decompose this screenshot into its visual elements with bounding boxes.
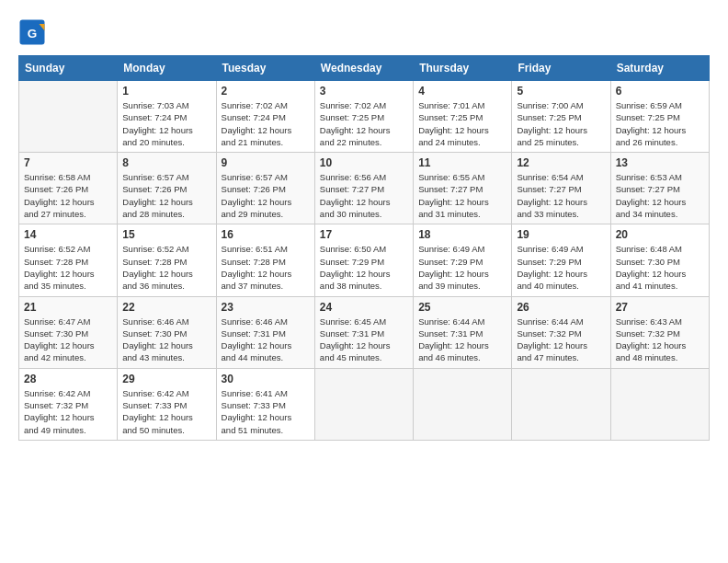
day-info: Sunrise: 6:46 AMSunset: 7:30 PMDaylight:… bbox=[122, 316, 210, 364]
calendar-cell: 6Sunrise: 6:59 AMSunset: 7:25 PMDaylight… bbox=[610, 81, 709, 153]
day-number: 7 bbox=[24, 156, 112, 169]
day-info: Sunrise: 6:42 AMSunset: 7:33 PMDaylight:… bbox=[122, 387, 210, 436]
calendar-cell: 15Sunrise: 6:52 AMSunset: 7:28 PMDayligh… bbox=[118, 224, 216, 296]
day-info: Sunrise: 6:57 AMSunset: 7:26 PMDaylight:… bbox=[222, 171, 310, 220]
day-info: Sunrise: 7:02 AMSunset: 7:24 PMDaylight:… bbox=[222, 99, 310, 148]
svg-text:G: G bbox=[28, 27, 38, 40]
day-number: 30 bbox=[222, 373, 310, 385]
calendar-cell: 21Sunrise: 6:47 AMSunset: 7:30 PMDayligh… bbox=[19, 296, 118, 368]
day-info: Sunrise: 7:00 AMSunset: 7:25 PMDaylight:… bbox=[517, 99, 605, 148]
calendar-week-2: 7Sunrise: 6:58 AMSunset: 7:26 PMDaylight… bbox=[19, 153, 710, 224]
calendar-cell bbox=[414, 368, 512, 440]
day-info: Sunrise: 6:46 AMSunset: 7:31 PMDaylight:… bbox=[222, 316, 310, 364]
day-number: 20 bbox=[616, 228, 704, 241]
header-wednesday: Wednesday bbox=[314, 56, 413, 81]
header-tuesday: Tuesday bbox=[216, 56, 314, 81]
day-info: Sunrise: 7:03 AMSunset: 7:24 PMDaylight:… bbox=[122, 99, 210, 148]
calendar-cell: 25Sunrise: 6:44 AMSunset: 7:31 PMDayligh… bbox=[414, 296, 512, 368]
day-number: 11 bbox=[418, 156, 506, 169]
day-info: Sunrise: 7:01 AMSunset: 7:25 PMDaylight:… bbox=[418, 99, 506, 148]
calendar-cell: 7Sunrise: 6:58 AMSunset: 7:26 PMDaylight… bbox=[19, 153, 118, 224]
day-info: Sunrise: 6:49 AMSunset: 7:29 PMDaylight:… bbox=[418, 243, 506, 292]
day-number: 17 bbox=[320, 228, 408, 241]
day-number: 15 bbox=[122, 228, 210, 241]
day-info: Sunrise: 6:54 AMSunset: 7:27 PMDaylight:… bbox=[517, 171, 605, 220]
day-info: Sunrise: 7:02 AMSunset: 7:25 PMDaylight:… bbox=[320, 99, 408, 148]
calendar-cell: 12Sunrise: 6:54 AMSunset: 7:27 PMDayligh… bbox=[512, 153, 610, 224]
header-sunday: Sunday bbox=[19, 56, 118, 81]
calendar-cell: 8Sunrise: 6:57 AMSunset: 7:26 PMDaylight… bbox=[118, 153, 216, 224]
day-info: Sunrise: 6:41 AMSunset: 7:33 PMDaylight:… bbox=[222, 387, 310, 436]
logo-icon: G bbox=[18, 18, 46, 46]
day-info: Sunrise: 6:45 AMSunset: 7:31 PMDaylight:… bbox=[320, 316, 408, 364]
day-number: 24 bbox=[320, 301, 408, 314]
day-number: 5 bbox=[517, 85, 605, 98]
day-number: 29 bbox=[122, 373, 210, 385]
calendar-cell: 26Sunrise: 6:44 AMSunset: 7:32 PMDayligh… bbox=[512, 296, 610, 368]
day-info: Sunrise: 6:53 AMSunset: 7:27 PMDaylight:… bbox=[616, 171, 704, 220]
day-info: Sunrise: 6:56 AMSunset: 7:27 PMDaylight:… bbox=[320, 171, 408, 220]
calendar-cell: 5Sunrise: 7:00 AMSunset: 7:25 PMDaylight… bbox=[512, 81, 610, 153]
calendar-cell: 20Sunrise: 6:48 AMSunset: 7:30 PMDayligh… bbox=[610, 224, 709, 296]
day-number: 6 bbox=[616, 85, 704, 98]
day-info: Sunrise: 6:48 AMSunset: 7:30 PMDaylight:… bbox=[616, 243, 704, 292]
logo: G bbox=[18, 18, 50, 46]
calendar-table: SundayMondayTuesdayWednesdayThursdayFrid… bbox=[18, 55, 710, 441]
day-info: Sunrise: 6:58 AMSunset: 7:26 PMDaylight:… bbox=[24, 171, 112, 220]
calendar-week-5: 28Sunrise: 6:42 AMSunset: 7:32 PMDayligh… bbox=[19, 368, 710, 440]
day-number: 28 bbox=[24, 373, 112, 385]
calendar-cell: 10Sunrise: 6:56 AMSunset: 7:27 PMDayligh… bbox=[314, 153, 413, 224]
day-info: Sunrise: 6:52 AMSunset: 7:28 PMDaylight:… bbox=[24, 243, 112, 292]
day-info: Sunrise: 6:55 AMSunset: 7:27 PMDaylight:… bbox=[418, 171, 506, 220]
day-number: 1 bbox=[122, 85, 210, 98]
calendar-cell: 3Sunrise: 7:02 AMSunset: 7:25 PMDaylight… bbox=[314, 81, 413, 153]
day-info: Sunrise: 6:59 AMSunset: 7:25 PMDaylight:… bbox=[616, 99, 704, 148]
calendar-cell: 23Sunrise: 6:46 AMSunset: 7:31 PMDayligh… bbox=[216, 296, 314, 368]
day-info: Sunrise: 6:49 AMSunset: 7:29 PMDaylight:… bbox=[517, 243, 605, 292]
header-monday: Monday bbox=[118, 56, 216, 81]
day-number: 14 bbox=[24, 228, 112, 241]
calendar-cell: 28Sunrise: 6:42 AMSunset: 7:32 PMDayligh… bbox=[19, 368, 118, 440]
calendar-cell bbox=[19, 81, 118, 153]
day-info: Sunrise: 6:50 AMSunset: 7:29 PMDaylight:… bbox=[320, 243, 408, 292]
calendar-cell: 14Sunrise: 6:52 AMSunset: 7:28 PMDayligh… bbox=[19, 224, 118, 296]
day-number: 4 bbox=[418, 85, 506, 98]
day-info: Sunrise: 6:51 AMSunset: 7:28 PMDaylight:… bbox=[222, 243, 310, 292]
day-number: 3 bbox=[320, 85, 408, 98]
calendar-cell: 16Sunrise: 6:51 AMSunset: 7:28 PMDayligh… bbox=[216, 224, 314, 296]
day-number: 16 bbox=[222, 228, 310, 241]
day-number: 2 bbox=[222, 85, 310, 98]
calendar-header-row: SundayMondayTuesdayWednesdayThursdayFrid… bbox=[19, 56, 710, 81]
day-number: 22 bbox=[122, 301, 210, 314]
header-thursday: Thursday bbox=[414, 56, 512, 81]
calendar-cell: 22Sunrise: 6:46 AMSunset: 7:30 PMDayligh… bbox=[118, 296, 216, 368]
day-number: 18 bbox=[418, 228, 506, 241]
day-number: 10 bbox=[320, 156, 408, 169]
day-info: Sunrise: 6:52 AMSunset: 7:28 PMDaylight:… bbox=[122, 243, 210, 292]
day-number: 25 bbox=[418, 301, 506, 314]
calendar-body: 1Sunrise: 7:03 AMSunset: 7:24 PMDaylight… bbox=[19, 81, 710, 441]
calendar-cell: 27Sunrise: 6:43 AMSunset: 7:32 PMDayligh… bbox=[610, 296, 709, 368]
day-number: 9 bbox=[222, 156, 310, 169]
calendar-cell: 17Sunrise: 6:50 AMSunset: 7:29 PMDayligh… bbox=[314, 224, 413, 296]
calendar-cell: 30Sunrise: 6:41 AMSunset: 7:33 PMDayligh… bbox=[216, 368, 314, 440]
header-saturday: Saturday bbox=[610, 56, 709, 81]
day-info: Sunrise: 6:43 AMSunset: 7:32 PMDaylight:… bbox=[616, 316, 704, 364]
calendar-cell: 19Sunrise: 6:49 AMSunset: 7:29 PMDayligh… bbox=[512, 224, 610, 296]
calendar-week-3: 14Sunrise: 6:52 AMSunset: 7:28 PMDayligh… bbox=[19, 224, 710, 296]
day-number: 8 bbox=[122, 156, 210, 169]
day-number: 21 bbox=[24, 301, 112, 314]
calendar-cell bbox=[512, 368, 610, 440]
calendar-cell: 13Sunrise: 6:53 AMSunset: 7:27 PMDayligh… bbox=[610, 153, 709, 224]
calendar-cell: 2Sunrise: 7:02 AMSunset: 7:24 PMDaylight… bbox=[216, 81, 314, 153]
day-info: Sunrise: 6:44 AMSunset: 7:32 PMDaylight:… bbox=[517, 316, 605, 364]
page-header: G bbox=[18, 18, 710, 46]
calendar-week-1: 1Sunrise: 7:03 AMSunset: 7:24 PMDaylight… bbox=[19, 81, 710, 153]
calendar-cell: 18Sunrise: 6:49 AMSunset: 7:29 PMDayligh… bbox=[414, 224, 512, 296]
day-info: Sunrise: 6:42 AMSunset: 7:32 PMDaylight:… bbox=[24, 387, 112, 436]
day-info: Sunrise: 6:47 AMSunset: 7:30 PMDaylight:… bbox=[24, 316, 112, 364]
calendar-cell bbox=[314, 368, 413, 440]
calendar-cell: 29Sunrise: 6:42 AMSunset: 7:33 PMDayligh… bbox=[118, 368, 216, 440]
day-number: 19 bbox=[517, 228, 605, 241]
calendar-cell: 24Sunrise: 6:45 AMSunset: 7:31 PMDayligh… bbox=[314, 296, 413, 368]
